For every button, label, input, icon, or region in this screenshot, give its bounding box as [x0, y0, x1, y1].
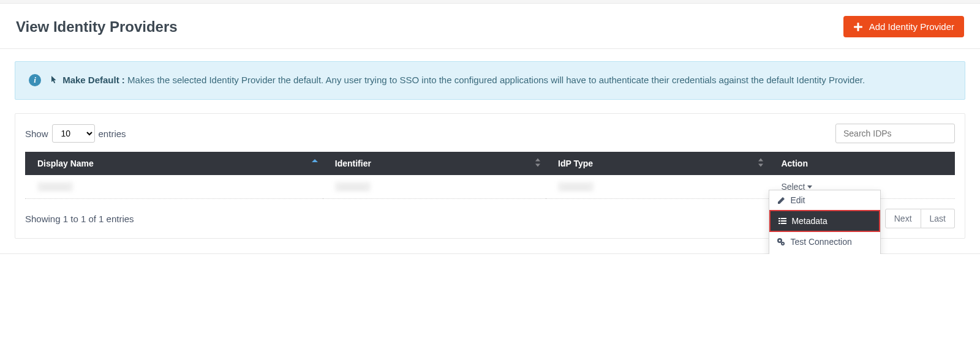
svg-rect-2 [778, 218, 780, 219]
svg-point-9 [779, 240, 781, 242]
entries-label: entries [99, 129, 126, 139]
table-info: Showing 1 to 1 of 1 entries [25, 214, 134, 224]
info-heading: Make Default : [62, 75, 125, 85]
page-size-select[interactable]: 10 [52, 124, 95, 143]
dropdown-item-make-default[interactable]: Make Default [769, 252, 880, 254]
idp-table: Display Name Identifier Id [25, 152, 955, 199]
svg-point-11 [782, 243, 783, 244]
list-icon [778, 217, 786, 225]
sort-icon [758, 159, 764, 169]
col-display-name[interactable]: Display Name [25, 152, 323, 175]
cell-identifier: ——— [335, 182, 371, 192]
svg-rect-1 [854, 26, 862, 28]
add-button-label: Add Identity Provider [869, 21, 954, 32]
info-icon: i [29, 74, 41, 86]
table-header-row: Display Name Identifier Id [25, 152, 955, 175]
col-idp-type[interactable]: IdP Type [546, 152, 769, 175]
dropdown-item-test-connection[interactable]: Test Connection [769, 232, 880, 252]
col-action: Action [769, 152, 955, 175]
action-dropdown: Edit Metadata [769, 190, 881, 254]
table-row: ——— ——— ——— Select [25, 175, 955, 199]
svg-rect-5 [781, 220, 786, 222]
pagination-next[interactable]: Next [885, 209, 921, 228]
svg-rect-3 [781, 218, 786, 219]
edit-icon [777, 196, 785, 204]
add-identity-provider-button[interactable]: Add Identity Provider [843, 16, 964, 37]
show-label: Show [25, 129, 48, 139]
plus-icon [853, 22, 863, 32]
info-banner: i Make Default : Makes the selected Iden… [15, 61, 965, 100]
sort-icon [535, 159, 541, 169]
pagination: Next Last [885, 209, 955, 228]
cell-idp-type: ——— [558, 182, 594, 192]
col-identifier[interactable]: Identifier [323, 152, 546, 175]
svg-rect-7 [781, 223, 786, 224]
svg-rect-6 [778, 223, 780, 224]
gears-icon [777, 237, 785, 246]
cell-display-name: ——— [37, 182, 73, 192]
sort-asc-icon [312, 159, 318, 168]
pagination-last[interactable]: Last [921, 209, 955, 228]
svg-rect-4 [778, 220, 780, 222]
page-title: View Identity Providers [16, 18, 178, 36]
dropdown-item-edit[interactable]: Edit [769, 190, 880, 210]
caret-down-icon [807, 185, 812, 189]
info-body: Makes the selected Identity Provider the… [127, 75, 865, 85]
idp-table-panel: Show 10 entries Display Name [15, 113, 965, 239]
search-input[interactable] [835, 124, 955, 143]
dropdown-item-metadata[interactable]: Metadata [769, 210, 880, 232]
cursor-icon [51, 73, 58, 88]
